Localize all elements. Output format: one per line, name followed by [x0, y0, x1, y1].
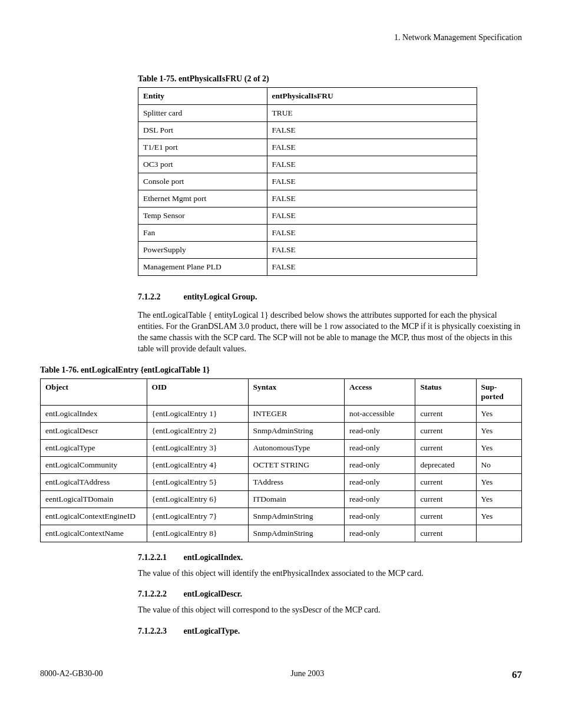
table-cell: DSL Port	[138, 122, 267, 139]
table-cell: FALSE	[267, 139, 477, 156]
table-cell: current	[415, 439, 476, 456]
table-row: entLogicalTAddress{entLogicalEntry 5}TAd…	[41, 473, 522, 490]
table-cell: Yes	[476, 473, 521, 490]
table-cell: current	[415, 473, 476, 490]
table-cell: read-only	[344, 456, 415, 473]
table-cell	[476, 525, 521, 542]
table-cell: current	[415, 422, 476, 439]
table-row: PowerSupplyFALSE	[138, 242, 477, 259]
table-cell: No	[476, 456, 521, 473]
table-row: DSL PortFALSE	[138, 122, 477, 139]
table-cell: TRUE	[267, 105, 477, 122]
section-7122-title: entityLogical Group.	[184, 292, 257, 301]
table-cell: FALSE	[267, 225, 477, 242]
table-176-header-oid: OID	[147, 378, 248, 405]
table-cell: entLogicalContextEngineID	[41, 508, 147, 525]
section-7122-number: 7.1.2.2	[138, 292, 181, 302]
section-712222-title: entLogicalDescr.	[184, 589, 242, 598]
section-712223-heading: 7.1.2.2.3 entLogicalType.	[138, 627, 522, 636]
section-712222-number: 7.1.2.2.2	[138, 589, 181, 599]
table-176-header-access: Access	[344, 378, 415, 405]
footer-page-number: 67	[512, 669, 522, 681]
table-cell: PowerSupply	[138, 242, 267, 259]
table-176-header-object: Object	[41, 378, 147, 405]
table-175-header-isfru: entPhysicalIsFRU	[267, 88, 477, 105]
table-cell: current	[415, 490, 476, 508]
table-cell: read-only	[344, 422, 415, 439]
table-row: entLogicalIndex{entLogicalEntry 1}INTEGE…	[41, 405, 522, 422]
table-cell: OCTET STRING	[248, 456, 344, 473]
table-cell: Yes	[476, 422, 521, 439]
table-175: Entity entPhysicalIsFRU Splitter cardTRU…	[138, 87, 477, 276]
section-712221-number: 7.1.2.2.1	[138, 553, 181, 562]
table-cell: entLogicalTAddress	[41, 473, 147, 490]
page-footer: 8000-A2-GB30-00 June 2003 67	[40, 669, 522, 681]
table-row: T1/E1 portFALSE	[138, 139, 477, 156]
section-7122-body: The entLogicalTable { entityLogical 1} d…	[138, 310, 522, 355]
table-cell: FALSE	[267, 259, 477, 276]
table-row: entLogicalType{entLogicalEntry 3}Autonom…	[41, 439, 522, 456]
table-cell: FALSE	[267, 156, 477, 173]
table-cell: Temp Sensor	[138, 207, 267, 225]
table-175-header-row: Entity entPhysicalIsFRU	[138, 88, 477, 105]
table-cell: FALSE	[267, 173, 477, 190]
table-row: Ethernet Mgmt portFALSE	[138, 190, 477, 207]
table-cell: Yes	[476, 405, 521, 422]
table-cell: Ethernet Mgmt port	[138, 190, 267, 207]
section-712221-body: The value of this object will identify t…	[138, 568, 522, 579]
table-cell: Splitter card	[138, 105, 267, 122]
table-cell: entLogicalCommunity	[41, 456, 147, 473]
table-cell: INTEGER	[248, 405, 344, 422]
table-cell: TAddress	[248, 473, 344, 490]
table-176-header-row: Object OID Syntax Access Status Sup-port…	[41, 378, 522, 405]
table-cell: eentLogicalTDomain	[41, 490, 147, 508]
table-cell: read-only	[344, 508, 415, 525]
table-cell: entLogicalIndex	[41, 405, 147, 422]
table-176-caption: Table 1-76. entLogicalEntry {entLogicalT…	[40, 365, 522, 375]
table-cell: current	[415, 525, 476, 542]
table-row: entLogicalCommunity{entLogicalEntry 4}OC…	[41, 456, 522, 473]
table-cell: read-only	[344, 473, 415, 490]
table-cell: T1/E1 port	[138, 139, 267, 156]
page-header: 1. Network Management Specification	[40, 33, 522, 42]
table-row: Management Plane PLDFALSE	[138, 259, 477, 276]
footer-doc-id: 8000-A2-GB30-00	[40, 669, 103, 681]
table-cell: deprecated	[415, 456, 476, 473]
table-cell: ITDomain	[248, 490, 344, 508]
table-row: Console portFALSE	[138, 173, 477, 190]
table-cell: not-accessible	[344, 405, 415, 422]
table-cell: entLogicalDescr	[41, 422, 147, 439]
table-176: Object OID Syntax Access Status Sup-port…	[40, 378, 522, 542]
table-cell: current	[415, 405, 476, 422]
table-row: OC3 portFALSE	[138, 156, 477, 173]
table-cell: AutonomousType	[248, 439, 344, 456]
table-cell: FALSE	[267, 190, 477, 207]
table-cell: {entLogicalEntry 3}	[147, 439, 248, 456]
table-cell: FALSE	[267, 207, 477, 225]
table-cell: SnmpAdminString	[248, 422, 344, 439]
table-row: entLogicalContextName{entLogicalEntry 8}…	[41, 525, 522, 542]
table-176-header-supported: Sup-ported	[476, 378, 521, 405]
section-712223-title: entLogicalType.	[184, 627, 240, 635]
table-row: entLogicalContextEngineID{entLogicalEntr…	[41, 508, 522, 525]
table-cell: SnmpAdminString	[248, 508, 344, 525]
table-cell: Fan	[138, 225, 267, 242]
table-cell: Management Plane PLD	[138, 259, 267, 276]
table-cell: FALSE	[267, 122, 477, 139]
table-cell: {entLogicalEntry 2}	[147, 422, 248, 439]
table-cell: Console port	[138, 173, 267, 190]
table-cell: {entLogicalEntry 4}	[147, 456, 248, 473]
table-cell: {entLogicalEntry 5}	[147, 473, 248, 490]
table-row: Splitter cardTRUE	[138, 105, 477, 122]
table-cell: current	[415, 508, 476, 525]
table-cell: {entLogicalEntry 8}	[147, 525, 248, 542]
table-cell: Yes	[476, 508, 521, 525]
table-cell: read-only	[344, 525, 415, 542]
table-cell: FALSE	[267, 242, 477, 259]
table-cell: entLogicalContextName	[41, 525, 147, 542]
table-cell: entLogicalType	[41, 439, 147, 456]
section-712222-heading: 7.1.2.2.2 entLogicalDescr.	[138, 589, 522, 599]
table-row: entLogicalDescr{entLogicalEntry 2}SnmpAd…	[41, 422, 522, 439]
section-712221-heading: 7.1.2.2.1 entLogicalIndex.	[138, 553, 522, 562]
table-cell: {entLogicalEntry 1}	[147, 405, 248, 422]
